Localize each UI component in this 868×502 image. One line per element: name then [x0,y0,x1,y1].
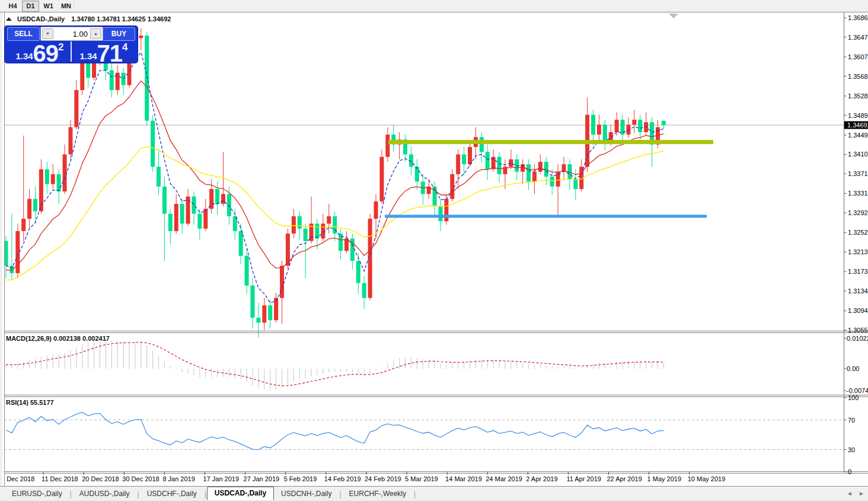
candle [116,73,120,90]
chart-ohlc-values: 1.34780 1.34781 1.34625 1.34692 [71,15,171,23]
date-axis-label: 22 Apr 2019 [607,475,642,482]
candle [63,154,67,191]
candle [197,214,202,229]
candle [597,124,601,135]
price-axis-label: 1.34100 [848,151,868,158]
candle [385,135,390,157]
sell-price-prefix: 1.34 [15,51,33,61]
date-axis-label: 24 Feb 2019 [365,475,401,482]
candle [256,318,260,322]
candle [162,187,167,214]
chart-tab-eurusd-daily[interactable]: EURUSD-,Daily [5,488,69,500]
chart-tab-usdcnh-daily[interactable]: USDCNH-,Daily [274,488,339,500]
timeframe-button-h4[interactable]: H4 [4,1,21,12]
timeframe-button-d1[interactable]: D1 [22,1,39,12]
candle [362,283,366,298]
candle [80,63,84,90]
candle [468,147,472,164]
date-axis-label: 1 May 2019 [647,475,681,482]
candle [221,194,225,204]
candle [292,216,296,234]
date-axis-label: 11 Apr 2019 [566,475,601,482]
buy-price-display[interactable]: 1.34714 [74,40,134,63]
buy-price-prefix: 1.34 [79,51,97,61]
candle [497,157,502,174]
candle [444,199,448,222]
collapse-panel-icon[interactable] [6,17,12,21]
price-axis-label: 1.36070 [848,53,868,60]
candle [151,121,155,167]
candle [227,194,231,216]
candle [57,174,61,191]
date-axis-label: 17 Jan 2019 [203,475,240,482]
candle [27,199,31,219]
date-axis-label: 11 Dec 2018 [42,475,78,482]
date-axis-label: 8 Jan 2019 [162,475,194,482]
candle [327,216,331,224]
panel-divider [71,41,72,62]
candle [603,124,607,142]
price-axis-label: 1.35280 [848,92,868,100]
candle [356,261,360,283]
date-axis-label: 5 Feb 2019 [284,475,317,482]
rsi-indicator-label: RSI(14) 55.5177 [6,399,54,406]
candle [86,63,90,78]
candle [174,204,178,231]
candle [298,216,302,229]
candle [438,206,442,221]
support-line[interactable] [385,215,707,218]
candle [203,209,208,228]
candle [215,189,219,204]
candle [45,170,49,184]
candle [145,36,149,121]
date-axis-label: 20 Dec 2018 [82,475,119,482]
price-axis-label: 1.32130 [848,248,868,255]
sell-button[interactable]: SELL [7,27,40,41]
timeframe-button-mn[interactable]: MN [58,1,75,12]
date-axis-label: 24 Mar 2019 [486,475,522,482]
candle [456,154,460,174]
volume-increase-button[interactable]: ▲ [90,28,101,39]
candle [486,152,490,169]
candle [662,121,666,125]
candle [591,115,595,135]
candle [33,199,37,212]
candle [268,305,272,320]
candle [262,305,266,322]
candle [304,229,308,241]
toolbar-separator [74,1,75,11]
date-axis-label: 27 Jan 2019 [244,475,280,482]
chart-tab-usdchf-daily[interactable]: USDCHF-,Daily [140,488,204,500]
rsi-axis-label: 0 [848,468,851,475]
candle [550,177,554,187]
candle [68,127,72,155]
candle [573,179,577,189]
buy-button[interactable]: BUY [103,27,135,41]
sell-price-display[interactable]: 1.34692 [9,40,70,63]
candle [180,204,184,223]
candle [245,256,249,286]
chart-tab-audusd-daily[interactable]: AUDUSD-,Daily [72,488,137,500]
sell-price-main: 69 [33,40,59,66]
chart-tab-eurchf-weekly[interactable]: EURCHF-,Weekly [342,488,413,500]
candle [415,167,419,181]
chart-canvas[interactable]: 1.368601.364701.360701.356801.352801.348… [0,0,868,502]
tab-scroll-right-icon[interactable]: ► [859,490,864,497]
price-axis-label: 1.32520 [848,229,868,236]
date-axis-label: 2 Dec 2018 [1,475,34,482]
chart-tab-usdcad-daily[interactable]: USDCAD-,Daily [207,487,274,500]
candle [450,174,454,199]
tab-scroll-left-icon[interactable]: ◄ [847,490,853,497]
price-axis-label: 1.30550 [848,327,868,334]
candle [615,120,619,132]
candle [168,214,173,231]
macd-indicator-label: MACD(12,26,9) 0.002138 0.002417 [6,335,110,342]
timeframe-button-w1[interactable]: W1 [40,1,57,12]
rsi-axis-label: 30 [848,446,855,453]
chart-title: USDCAD-,Daily 1.34780 1.34781 1.34625 1.… [6,15,171,23]
candle [192,196,196,213]
volume-input[interactable] [51,28,89,39]
date-axis-label: 14 Mar 2019 [445,475,482,482]
resistance-line[interactable] [388,140,713,144]
candle [280,266,284,298]
